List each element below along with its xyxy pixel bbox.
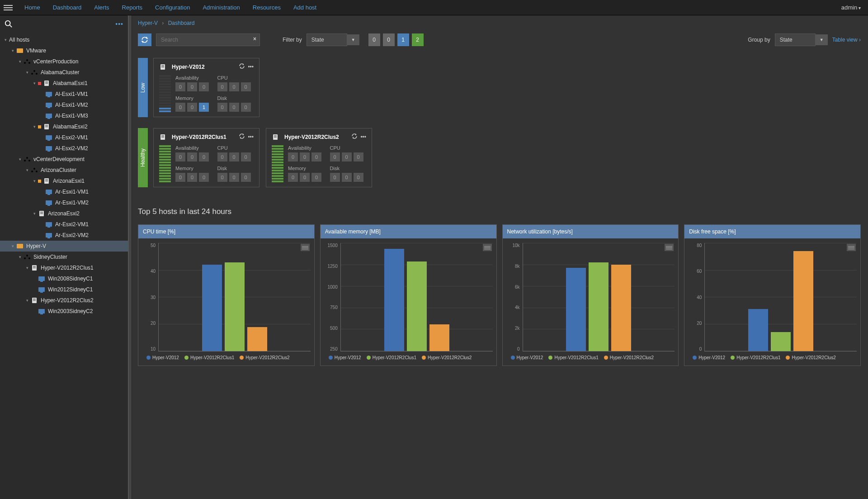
nav-dashboard[interactable]: Dashboard xyxy=(47,0,88,14)
nav-configuration[interactable]: Configuration xyxy=(149,0,196,14)
breadcrumb-current[interactable]: Dashboard xyxy=(168,20,195,26)
card-refresh-icon[interactable] xyxy=(239,63,245,71)
tree-item-sidneycluster[interactable]: ▾SidneyCluster xyxy=(0,252,128,262)
host-card[interactable]: Hyper-V2012•••Availability000CPU000Memor… xyxy=(153,58,259,117)
tree-item-arizonaesxi1[interactable]: ▾ArizonaEsxi1 xyxy=(0,176,128,186)
nav-home[interactable]: Home xyxy=(18,0,47,14)
tree-item-ar-esxi2-vm1[interactable]: Ar-Esxi2-VM1 xyxy=(0,219,128,230)
tree-item-all-hosts[interactable]: ▾All hosts xyxy=(0,34,128,45)
refresh-button[interactable] xyxy=(138,33,151,46)
nav-alerts[interactable]: Alerts xyxy=(88,0,115,14)
tree-item-al-esxi1-vm3[interactable]: Al-Esxi1-VM3 xyxy=(0,110,128,121)
chart-bar xyxy=(225,262,245,351)
caret-icon: ▾ xyxy=(12,244,16,248)
charts-title: Top 5 hosts in last 24 hours xyxy=(129,203,868,221)
breadcrumb-root[interactable]: Hyper-V xyxy=(138,20,158,26)
svg-point-6 xyxy=(31,73,33,75)
tree-item-hyper-v[interactable]: ▾Hyper-V xyxy=(0,241,128,252)
tree-item-alabamaesxi2[interactable]: ▾AlabamaEsxi2 xyxy=(0,121,128,132)
sidebar: ••• ▾All hosts▾VMware▾vCenterProduction▾… xyxy=(0,15,129,499)
host-icon xyxy=(31,265,38,271)
search-icon[interactable] xyxy=(5,20,13,28)
tree-item-alabamacluster[interactable]: ▾AlabamaCluster xyxy=(0,67,128,78)
chart-title: CPU time [%] xyxy=(138,225,314,238)
vm-icon xyxy=(45,135,52,140)
tree-item-al-esxi2-vm2[interactable]: Al-Esxi2-VM2 xyxy=(0,143,128,154)
tree-item-ar-esxi2-vm2[interactable]: Ar-Esxi2-VM2 xyxy=(0,230,128,241)
menu-icon[interactable] xyxy=(4,3,13,12)
state-badge[interactable]: 0 xyxy=(383,33,395,46)
tree-item-al-esxi1-vm2[interactable]: Al-Esxi1-VM2 xyxy=(0,100,128,110)
user-menu[interactable]: admin xyxy=(838,4,864,11)
tree-item-arizonacluster[interactable]: ▾ArizonaCluster xyxy=(0,165,128,176)
nav-add-host[interactable]: Add host xyxy=(287,0,323,14)
chart: Disk free space [%]806040200Hyper-V2012H… xyxy=(684,224,861,366)
chevron-down-icon[interactable]: ▼ xyxy=(347,34,359,45)
chevron-down-icon[interactable]: ▼ xyxy=(816,34,828,45)
svg-point-15 xyxy=(24,257,26,259)
tree-item-hyper-v2012r2clus1[interactable]: ▾Hyper-V2012R2Clus1 xyxy=(0,262,128,273)
tree-item-arizonaesxi2[interactable]: ▾ArizonaEsxi2 xyxy=(0,208,128,219)
chart-bar xyxy=(611,265,631,351)
caret-icon: ▾ xyxy=(26,266,31,270)
chart-title: Available memory [MB] xyxy=(321,225,496,238)
card-refresh-icon[interactable] xyxy=(351,133,358,141)
tree-item-vcenterdevelopment[interactable]: ▾vCenterDevelopment xyxy=(0,154,128,165)
status-dot xyxy=(38,82,41,85)
caret-icon: ▾ xyxy=(33,179,38,183)
tree-item-win2003sidneyc2[interactable]: Win2003SidneyC2 xyxy=(0,306,128,317)
state-badge[interactable]: 2 xyxy=(412,33,424,46)
tree-item-ar-esxi1-vm1[interactable]: Ar-Esxi1-VM1 xyxy=(0,186,128,197)
tree-item-al-esxi2-vm1[interactable]: Al-Esxi2-VM1 xyxy=(0,132,128,143)
caret-icon: ▾ xyxy=(33,124,38,129)
folder-icon xyxy=(16,48,24,53)
caret-icon: ▾ xyxy=(33,211,38,216)
tree-item-win2012sidneyc1[interactable]: Win2012SidneyC1 xyxy=(0,284,128,295)
charts-row: CPU time [%]5040302010Hyper-V2012Hyper-V… xyxy=(129,221,868,375)
vm-icon xyxy=(45,200,52,205)
legend-item: Hyper-V2012R2Clus2 xyxy=(422,355,472,360)
breadcrumb: Hyper-V › Dashboard xyxy=(129,15,868,31)
chart-title: Network utilization [bytes/s] xyxy=(503,225,679,238)
vcenter-icon xyxy=(24,59,31,64)
caret-icon: ▾ xyxy=(26,70,31,75)
host-groups: LowHyper-V2012•••Availability000CPU000Me… xyxy=(129,49,868,203)
tree-item-win2008sidneyc1[interactable]: Win2008SidneyC1 xyxy=(0,273,128,284)
card-more-icon[interactable]: ••• xyxy=(360,134,366,140)
tree-item-hyper-v2012r2clus2[interactable]: ▾Hyper-V2012R2Clus2 xyxy=(0,295,128,306)
legend-item: Hyper-V2012R2Clus2 xyxy=(604,355,654,360)
svg-point-8 xyxy=(26,157,28,159)
tree-item-al-esxi1-vm1[interactable]: Al-Esxi1-VM1 xyxy=(0,89,128,100)
tree-item-vmware[interactable]: ▾VMware xyxy=(0,45,128,56)
caret-icon: ▾ xyxy=(26,298,31,303)
table-view-link[interactable]: Table view xyxy=(832,37,861,43)
host-icon xyxy=(159,134,166,140)
group-select[interactable]: State ▼ xyxy=(775,33,828,46)
sidebar-more-icon[interactable]: ••• xyxy=(115,20,123,28)
top-nav: HomeDashboardAlertsReportsConfigurationA… xyxy=(18,0,323,14)
host-card[interactable]: Hyper-V2012R2Clus1•••Availability000CPU0… xyxy=(153,128,259,187)
card-more-icon[interactable]: ••• xyxy=(248,134,254,140)
vm-icon xyxy=(45,102,52,108)
nav-administration[interactable]: Administration xyxy=(196,0,246,14)
card-more-icon[interactable]: ••• xyxy=(248,64,254,70)
svg-point-14 xyxy=(26,255,28,257)
chart-bar xyxy=(202,265,222,351)
search-input[interactable] xyxy=(156,33,260,46)
chart-bar xyxy=(771,332,791,351)
host-card[interactable]: Hyper-V2012R2Clus2•••Availability000CPU0… xyxy=(266,128,372,187)
svg-point-11 xyxy=(33,168,35,170)
legend-item: Hyper-V2012R2Clus1 xyxy=(367,355,416,360)
nav-reports[interactable]: Reports xyxy=(116,0,149,14)
tree-item-vcenterproduction[interactable]: ▾vCenterProduction xyxy=(0,56,128,67)
search-clear-icon[interactable]: × xyxy=(253,36,256,42)
nav-resources[interactable]: Resources xyxy=(246,0,287,14)
vcenter-icon xyxy=(24,157,31,162)
tree-item-ar-esxi1-vm2[interactable]: Ar-Esxi1-VM2 xyxy=(0,197,128,208)
card-refresh-icon[interactable] xyxy=(239,133,245,141)
filter-select[interactable]: State ▼ xyxy=(307,33,359,46)
state-badge[interactable]: 1 xyxy=(397,33,409,46)
state-badge[interactable]: 0 xyxy=(368,33,380,46)
tree-item-alabamaesxi1[interactable]: ▾AlabamaEsxi1 xyxy=(0,78,128,89)
chart-bar xyxy=(407,261,427,351)
